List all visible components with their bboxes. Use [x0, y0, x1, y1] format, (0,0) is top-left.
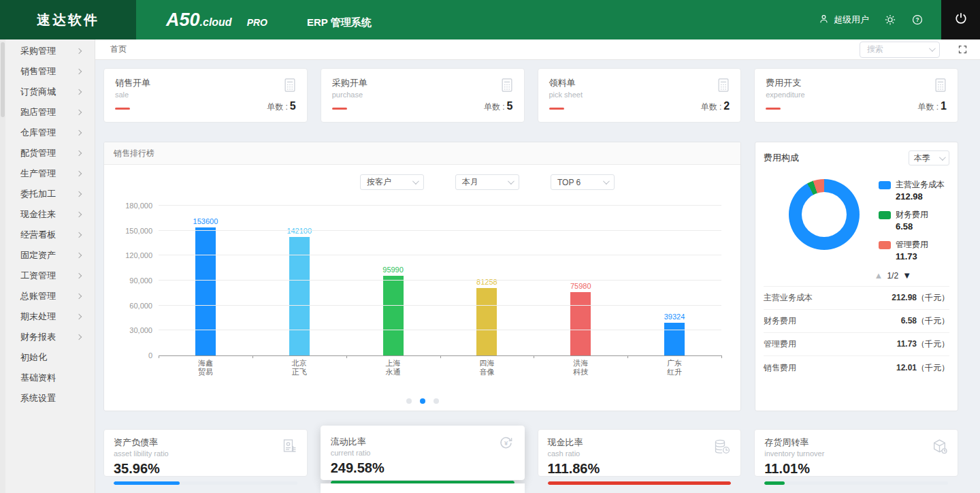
chart-filter-select[interactable]: 本月	[455, 174, 519, 190]
legend-value: 11.73	[896, 251, 945, 261]
stat-card-title: 领料单	[549, 77, 730, 89]
sidebar-item[interactable]: 初始化	[0, 347, 95, 368]
sidebar-item[interactable]: 销售管理	[0, 61, 95, 82]
legend-value: 6.58	[896, 221, 945, 232]
x-axis-tick	[534, 355, 534, 358]
stat-card-title: 销售开单	[115, 77, 296, 89]
search-input[interactable]: 搜索	[860, 42, 940, 58]
sidebar-item[interactable]: 跑店管理	[0, 102, 95, 123]
kpi-card[interactable]: 资产负债率asset libility ratio35.96%	[103, 429, 308, 477]
expense-panel: 费用构成 本季 主营业务成本212.98财务费用6.58管理费用11.73 ▲ …	[755, 142, 958, 411]
kpi-card[interactable]: 存货周转率inventory turnover11.01%	[754, 429, 958, 477]
bar-series: 15360014210095990812587598039324	[159, 206, 721, 355]
filter-value: 按客户	[367, 176, 391, 188]
sidebar-item-label: 现金往来	[20, 208, 56, 221]
sidebar-item[interactable]: 仓库管理	[0, 123, 95, 143]
header-actions: 超级用户 ?	[818, 13, 941, 27]
sidebar-item-label: 固定资产	[20, 249, 56, 261]
stat-card-count: 单数 :2	[701, 100, 730, 113]
pager-down-icon[interactable]: ▼	[902, 270, 911, 281]
sidebar-item[interactable]: 采购管理	[0, 41, 95, 61]
bar-value-label: 153600	[193, 217, 218, 225]
sidebar-item[interactable]: 生产管理	[0, 163, 95, 184]
carousel-dot[interactable]	[406, 398, 412, 404]
kpi-card[interactable]: 现金比率cash ratio111.86%	[538, 429, 742, 477]
product-logo: A50.cloud PRO ERP 管理系统	[166, 10, 372, 31]
stat-card[interactable]: 费用开支expenditure单数 :1	[754, 68, 958, 123]
pager-up-icon[interactable]: ▲	[875, 270, 883, 281]
kpi-value: 111.86%	[548, 461, 732, 477]
y-axis-tick: 180,000	[125, 202, 152, 210]
sidebar-item[interactable]: 总账管理	[0, 286, 95, 306]
legend-item: 主营业务成本212.98	[879, 179, 945, 202]
app-header: 速达软件 A50.cloud PRO ERP 管理系统 超级用户 ?	[0, 0, 980, 39]
sidebar-item[interactable]: 财务报表	[0, 327, 95, 347]
product-system-title: ERP 管理系统	[307, 16, 372, 29]
chevron-right-icon	[76, 110, 82, 115]
bar-slot: 142100	[252, 206, 346, 355]
kpi-progress-track	[114, 481, 297, 485]
sidebar-item[interactable]: 现金往来	[0, 204, 95, 225]
count-value: 2	[723, 100, 730, 112]
sidebar-item-label: 系统设置	[20, 392, 56, 404]
expense-row-value: 12.01（千元）	[896, 362, 949, 374]
sidebar-item[interactable]: 基础资料	[0, 368, 95, 388]
sidebar-item[interactable]: 系统设置	[0, 388, 95, 409]
carousel-dot[interactable]	[434, 398, 439, 404]
chevron-right-icon	[76, 232, 82, 238]
topbar-right: 搜索	[860, 42, 968, 58]
x-axis-tick	[721, 355, 722, 358]
y-axis-tick: 90,000	[129, 276, 152, 285]
y-axis-tick: 60,000	[129, 302, 152, 310]
sidebar-item[interactable]: 期末处理	[0, 306, 95, 327]
sidebar-item[interactable]: 经营看板	[0, 225, 95, 245]
chart-filter-select[interactable]: 按客户	[360, 174, 424, 190]
user-menu[interactable]: 超级用户	[818, 13, 869, 27]
settings-icon[interactable]	[884, 14, 896, 26]
x-axis-tick	[440, 355, 441, 358]
carousel-dot[interactable]	[420, 398, 425, 404]
x-axis-tick	[346, 355, 347, 358]
legend-swatch	[879, 181, 891, 189]
legend-label: 财务费用	[896, 209, 928, 221]
chart-filter-select[interactable]: TOP 6	[551, 174, 615, 190]
calculator-icon	[716, 77, 731, 96]
brand-logo: 速达软件	[0, 0, 136, 39]
kpi-value: 249.58%	[331, 460, 514, 476]
sidebar-item[interactable]: 固定资产	[0, 245, 95, 266]
stat-card[interactable]: 采购开单purchase单数 :5	[321, 68, 525, 123]
sidebar-item[interactable]: 配货管理	[0, 143, 95, 163]
refresh-yen-icon: ¥	[497, 434, 514, 454]
stat-card-subtitle: expenditure	[766, 91, 947, 99]
logout-button[interactable]	[941, 0, 980, 39]
kpi-progress-fill	[764, 481, 785, 485]
fullscreen-icon[interactable]	[958, 44, 968, 54]
sidebar-item[interactable]: 委托加工	[0, 184, 95, 204]
stat-card-title: 费用开支	[766, 77, 947, 89]
sidebar-item-label: 配货管理	[20, 147, 56, 159]
stat-card[interactable]: 销售开单sale单数 :5	[103, 68, 308, 123]
legend-item: 财务费用6.58	[879, 209, 945, 232]
user-icon	[818, 13, 830, 27]
gridline	[159, 330, 721, 330]
chevron-right-icon	[76, 69, 82, 74]
breadcrumb-home-tab[interactable]: 首页	[110, 44, 127, 55]
period-select[interactable]: 本季	[909, 150, 949, 165]
chevron-down-icon	[508, 178, 514, 185]
sidebar-item-label: 工资管理	[20, 270, 56, 282]
kpi-subtitle: current ratio	[331, 449, 514, 457]
filter-value: TOP 6	[557, 178, 581, 187]
kpi-card[interactable]: 流动比率current ratio¥249.58%	[321, 426, 525, 480]
x-axis-category-label: 海鑫贸易	[159, 359, 252, 377]
legend-item: 管理费用11.73	[879, 239, 945, 261]
stat-card[interactable]: 领料单pick sheet单数 :2	[538, 68, 742, 123]
carousel-dots	[104, 398, 740, 404]
help-icon[interactable]: ?	[911, 14, 924, 26]
sidebar-item[interactable]: 订货商城	[0, 82, 95, 102]
sidebar-item[interactable]: 工资管理	[0, 266, 95, 286]
stat-card-subtitle: purchase	[332, 91, 513, 99]
chevron-right-icon	[76, 334, 82, 340]
expense-list: 主营业务成本212.98（千元）财务费用6.58（千元）管理费用11.73（千元…	[764, 286, 949, 379]
x-axis-category-label: 广东红升	[627, 359, 721, 377]
chevron-right-icon	[76, 150, 82, 156]
